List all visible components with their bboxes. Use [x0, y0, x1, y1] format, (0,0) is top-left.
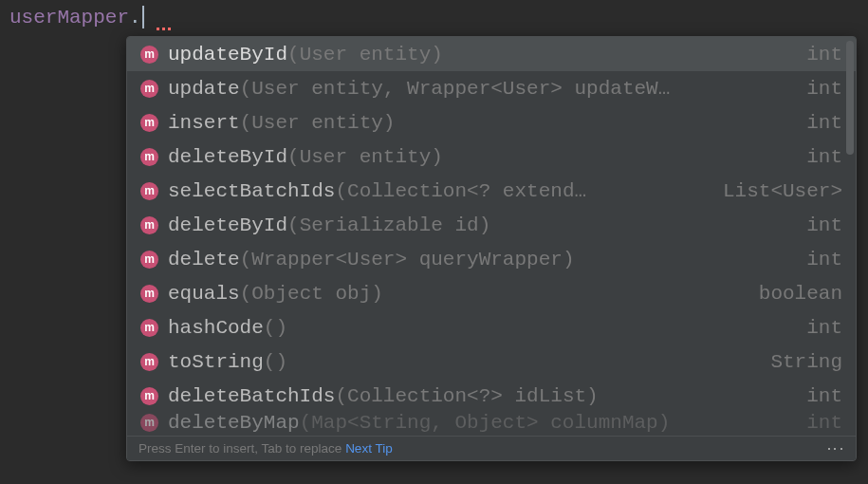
method-icon: m	[140, 46, 158, 64]
method-icon: m	[140, 353, 158, 371]
method-icon: m	[140, 414, 158, 432]
completion-item[interactable]: mdelete(Wrapper<User> queryWrapper)int	[127, 242, 856, 276]
return-type: int	[806, 44, 842, 65]
method-signature: hashCode()	[168, 317, 787, 339]
hint-text: Press Enter to insert, Tab to replace	[139, 441, 342, 456]
method-signature: deleteById(Serializable id)	[168, 214, 787, 236]
return-type: int	[806, 146, 842, 168]
return-type: List<User>	[723, 180, 842, 202]
method-icon: m	[140, 114, 158, 132]
completion-popup: mupdateById(User entity)intmupdate(User …	[126, 36, 857, 461]
method-signature: equals(Object obj)	[168, 283, 740, 305]
method-icon: m	[140, 251, 158, 269]
return-type: int	[806, 249, 842, 270]
return-type: String	[770, 351, 842, 373]
return-type: int	[806, 385, 842, 407]
method-icon: m	[140, 319, 158, 337]
completion-item[interactable]: mdeleteBatchIds(Collection<?> idList)int	[127, 379, 856, 413]
completion-item[interactable]: mhashCode()int	[127, 310, 856, 344]
method-icon: m	[140, 216, 158, 234]
code-dot: .	[129, 7, 141, 28]
return-type: boolean	[759, 283, 842, 305]
completion-item[interactable]: mdeleteById(User entity)int	[127, 140, 856, 174]
method-icon: m	[140, 182, 158, 200]
scrollbar-thumb[interactable]	[846, 41, 854, 155]
return-type: int	[806, 214, 842, 236]
next-tip-link[interactable]: Next Tip	[345, 441, 393, 456]
more-icon[interactable]: ⋮	[827, 440, 844, 456]
completion-item[interactable]: mequals(Object obj)boolean	[127, 276, 856, 310]
completion-item[interactable]: minsert(User entity)int	[127, 105, 856, 140]
completion-item[interactable]: mdeleteById(Serializable id)int	[127, 208, 856, 242]
method-icon: m	[140, 387, 158, 405]
scrollbar-track[interactable]	[846, 41, 854, 436]
method-icon: m	[140, 285, 158, 303]
error-squiggle	[157, 28, 174, 30]
popup-footer: Press Enter to insert, Tab to replace Ne…	[127, 436, 856, 460]
method-signature: deleteById(User entity)	[168, 146, 787, 168]
method-signature: selectBatchIds(Collection<? extend…	[168, 180, 704, 202]
method-icon: m	[140, 148, 158, 166]
method-signature: deleteBatchIds(Collection<?> idList)	[168, 385, 787, 407]
completion-item[interactable]: mselectBatchIds(Collection<? extend…List…	[127, 174, 856, 208]
method-signature: toString()	[168, 351, 751, 373]
method-signature: updateById(User entity)	[168, 44, 787, 65]
text-cursor	[142, 6, 144, 28]
completion-item[interactable]: mupdateById(User entity)int	[127, 37, 856, 71]
completion-item[interactable]: mdeleteByMap(Map<String, Object> columnM…	[127, 413, 856, 436]
return-type: int	[806, 317, 842, 339]
completion-list[interactable]: mupdateById(User entity)intmupdate(User …	[127, 37, 856, 436]
return-type: int	[806, 78, 842, 100]
code-identifier: userMapper	[9, 7, 129, 28]
completion-item[interactable]: mupdate(User entity, Wrapper<User> updat…	[127, 71, 856, 105]
method-signature: deleteByMap(Map<String, Object> columnMa…	[168, 412, 787, 434]
completion-item[interactable]: mtoString()String	[127, 344, 856, 379]
method-signature: insert(User entity)	[168, 112, 787, 134]
method-signature: update(User entity, Wrapper<User> update…	[168, 78, 787, 100]
editor-line[interactable]: userMapper.	[0, 0, 868, 34]
return-type: int	[806, 412, 842, 434]
method-icon: m	[140, 80, 158, 98]
method-signature: delete(Wrapper<User> queryWrapper)	[168, 249, 787, 270]
return-type: int	[806, 112, 842, 134]
